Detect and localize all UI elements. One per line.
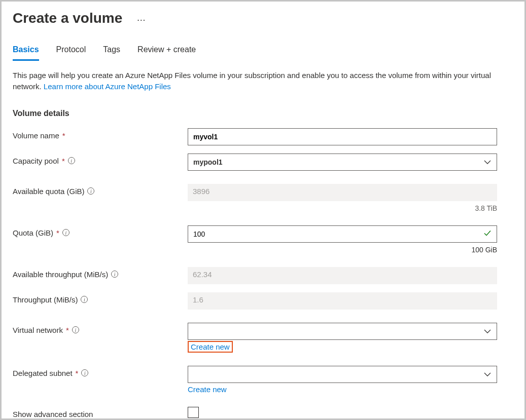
required-marker: *: [62, 131, 65, 140]
show-advanced-checkbox[interactable]: [188, 407, 199, 418]
create-new-subnet-link[interactable]: Create new: [188, 385, 227, 394]
label-virtual-network: Virtual network: [13, 326, 63, 334]
virtual-network-select[interactable]: [188, 323, 497, 340]
tab-bar: Basics Protocol Tags Review + create: [13, 42, 513, 61]
chevron-down-icon: [483, 158, 492, 166]
info-icon[interactable]: i: [81, 296, 88, 303]
required-marker: *: [66, 326, 69, 334]
info-icon[interactable]: i: [111, 271, 118, 278]
label-show-advanced: Show advanced section: [13, 410, 93, 418]
learn-more-link[interactable]: Learn more about Azure NetApp Files: [44, 82, 171, 91]
tab-tags[interactable]: Tags: [103, 42, 120, 60]
label-volume-name: Volume name: [13, 131, 59, 140]
available-throughput-display: 62.34: [188, 267, 497, 284]
info-icon[interactable]: i: [87, 187, 94, 195]
tab-review-create[interactable]: Review + create: [137, 42, 196, 60]
info-icon[interactable]: i: [68, 157, 75, 164]
info-icon[interactable]: i: [72, 326, 79, 333]
intro-text: This page will help you create an Azure …: [13, 70, 510, 93]
required-marker: *: [76, 369, 79, 377]
chevron-down-icon: [483, 327, 492, 335]
create-new-vnet-link[interactable]: Create new: [188, 341, 233, 353]
label-available-throughput: Available throughput (MiB/s): [13, 270, 108, 279]
page-title: Create a volume: [13, 10, 122, 27]
more-actions-icon[interactable]: …: [134, 11, 149, 25]
required-marker: *: [56, 228, 59, 237]
label-quota: Quota (GiB): [13, 228, 53, 237]
info-icon[interactable]: i: [62, 229, 69, 236]
label-delegated-subnet: Delegated subnet: [13, 369, 73, 377]
volume-name-input[interactable]: [188, 128, 497, 145]
capacity-pool-select[interactable]: mypool1: [188, 154, 497, 171]
tab-protocol[interactable]: Protocol: [56, 42, 86, 60]
tab-basics[interactable]: Basics: [13, 42, 39, 61]
throughput-display: 1.6: [188, 292, 497, 310]
label-available-quota: Available quota (GiB): [13, 187, 84, 196]
quota-input[interactable]: [188, 225, 497, 243]
chevron-down-icon: [483, 370, 492, 378]
label-capacity-pool: Capacity pool: [13, 157, 59, 165]
info-icon[interactable]: i: [81, 369, 88, 376]
section-volume-details: Volume details: [13, 109, 513, 118]
capacity-pool-value: mypool1: [193, 158, 223, 166]
available-quota-hint: 3.8 TiB: [188, 204, 497, 212]
required-marker: *: [62, 157, 65, 165]
quota-hint: 100 GiB: [188, 246, 497, 254]
label-throughput: Throughput (MiB/s): [13, 295, 78, 304]
available-quota-display: 3896: [188, 184, 497, 201]
delegated-subnet-select[interactable]: [188, 366, 497, 383]
checkmark-icon: [483, 228, 492, 239]
